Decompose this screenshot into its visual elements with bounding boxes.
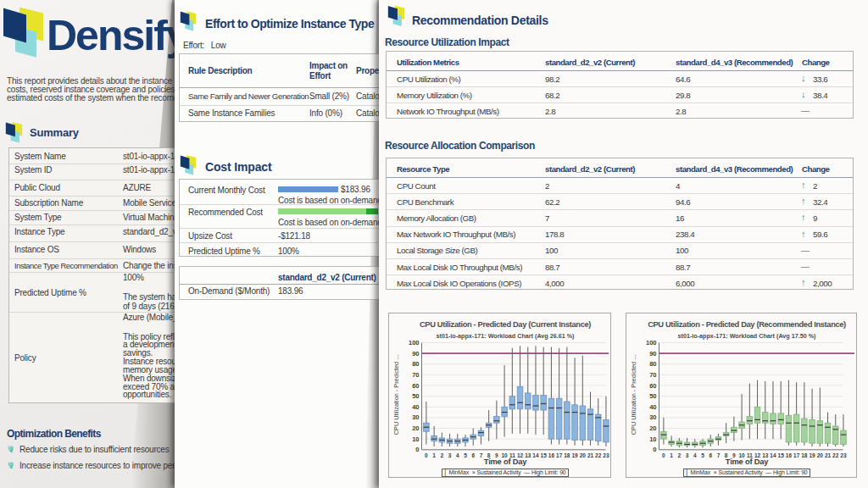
- svg-text:CPU Utilization - Predicted ..: CPU Utilization - Predicted ...: [630, 355, 637, 435]
- svg-text:0: 0: [415, 446, 419, 453]
- svg-text:20: 20: [412, 424, 419, 432]
- svg-text:20: 20: [649, 424, 656, 432]
- svg-text:10: 10: [412, 435, 419, 443]
- svg-text:70: 70: [412, 371, 419, 379]
- svg-text:70: 70: [649, 371, 656, 379]
- svg-text:40: 40: [412, 403, 419, 411]
- svg-text:40: 40: [649, 403, 656, 411]
- svg-text:60: 60: [649, 382, 656, 390]
- svg-text:90: 90: [412, 350, 419, 358]
- svg-text:90: 90: [649, 350, 656, 358]
- svg-text:60: 60: [412, 382, 419, 390]
- svg-text:50: 50: [412, 392, 419, 400]
- svg-text:80: 80: [412, 360, 419, 368]
- svg-text:100: 100: [646, 339, 657, 347]
- svg-text:30: 30: [412, 413, 419, 421]
- svg-text:80: 80: [649, 360, 656, 368]
- svg-text:CPU Utilization - Predicted ..: CPU Utilization - Predicted ...: [392, 355, 400, 435]
- svg-text:30: 30: [649, 413, 656, 421]
- svg-text:0: 0: [653, 446, 656, 453]
- svg-text:10: 10: [649, 435, 656, 443]
- svg-text:100: 100: [409, 339, 420, 347]
- svg-text:50: 50: [649, 392, 656, 400]
